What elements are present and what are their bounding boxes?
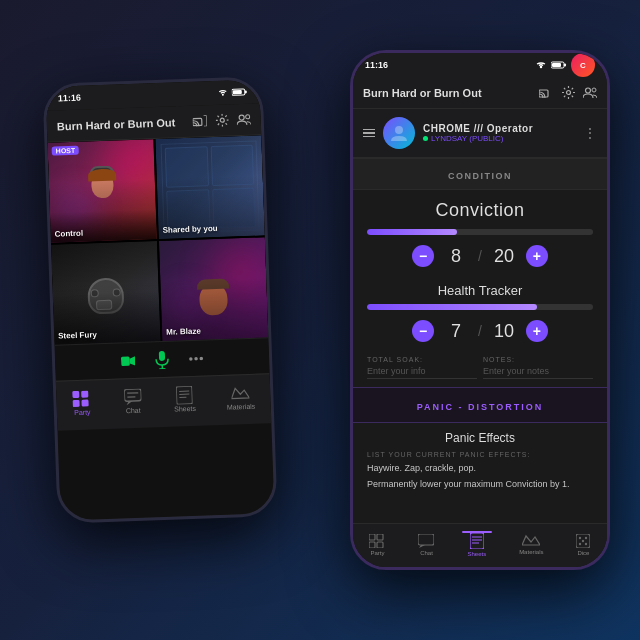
soak-label: TOTAL SOAK: <box>367 356 477 363</box>
conviction-value-row: − 8 / 20 + <box>367 245 593 267</box>
health-sep: / <box>478 323 482 339</box>
right-nav-materials-label: Materials <box>519 549 543 555</box>
panic-section-header: PANIC - DISTORTION <box>353 387 607 423</box>
nav-materials[interactable]: Materials <box>226 385 255 411</box>
condition-section-header: CONDITION <box>353 158 607 190</box>
char-name: CHROME /// Operator <box>423 123 575 134</box>
nav-party[interactable]: Party <box>72 390 93 416</box>
svg-rect-1 <box>233 90 242 94</box>
right-dice-icon <box>576 534 590 548</box>
nav-materials-label: Materials <box>227 403 256 411</box>
notes-label: NOTES: <box>483 356 593 363</box>
svg-rect-17 <box>82 400 89 407</box>
scene: 11:16 Burn Hard or Burn Out <box>0 0 640 640</box>
conviction-max: 20 <box>494 246 514 267</box>
svg-point-5 <box>239 115 244 120</box>
settings-icon-right[interactable] <box>561 86 575 100</box>
cast-icon[interactable] <box>193 114 207 128</box>
soak-input[interactable]: Enter your info <box>367 366 477 379</box>
health-tracker-title: Health Tracker <box>367 283 593 298</box>
nav-chat-label: Chat <box>126 407 141 415</box>
svg-point-31 <box>592 88 596 92</box>
status-bar-right: 11:16 C <box>353 53 607 77</box>
party-cell-3[interactable]: Steel Fury <box>51 241 160 345</box>
notes-input[interactable]: Enter your notes <box>483 366 593 379</box>
svg-rect-27 <box>564 64 566 67</box>
signal-icon-right <box>535 61 547 69</box>
svg-rect-21 <box>176 386 193 405</box>
char-avatar <box>383 117 415 149</box>
mic-btn[interactable] <box>155 352 169 366</box>
svg-rect-37 <box>418 534 434 545</box>
cell-label-2: Shared by you <box>162 224 217 235</box>
right-nav-sheets[interactable]: Sheets <box>467 533 486 557</box>
svg-point-12 <box>194 356 198 360</box>
svg-rect-16 <box>73 400 80 407</box>
nav-sheets-label: Sheets <box>174 405 196 413</box>
cast-icon-right[interactable] <box>539 86 553 100</box>
svg-rect-14 <box>73 391 80 398</box>
health-current: 7 <box>446 321 466 342</box>
people-icon[interactable] <box>237 112 251 126</box>
panic-effect-1: Haywire. Zap, crackle, pop. <box>367 462 593 475</box>
soak-col: TOTAL SOAK: Enter your info <box>367 356 477 379</box>
right-nav-dice-label: Dice <box>577 550 589 556</box>
svg-rect-38 <box>470 533 484 549</box>
health-plus[interactable]: + <box>526 320 548 342</box>
active-indicator <box>462 531 492 533</box>
nav-sheets[interactable]: Sheets <box>173 387 196 413</box>
right-nav-chat-label: Chat <box>420 550 433 556</box>
right-nav-dice[interactable]: Dice <box>576 534 590 556</box>
conviction-sep: / <box>478 248 482 264</box>
svg-point-13 <box>199 356 203 360</box>
cell-label-3: Steel Fury <box>58 330 97 340</box>
party-cell-2[interactable]: Shared by you <box>155 135 264 239</box>
svg-rect-26 <box>552 63 561 67</box>
time-right: 11:16 <box>365 60 388 70</box>
nav-chat[interactable]: Chat <box>123 389 144 415</box>
right-materials-icon <box>522 534 540 547</box>
svg-point-47 <box>582 539 584 541</box>
soak-notes-row: TOTAL SOAK: Enter your info NOTES: Enter… <box>353 352 607 387</box>
bottom-nav-right: Party Chat <box>353 523 607 567</box>
more-btn[interactable] <box>189 351 203 365</box>
conviction-bar-fill <box>367 229 457 235</box>
conviction-current: 8 <box>446 246 466 267</box>
svg-point-46 <box>585 542 587 544</box>
hamburger-menu[interactable] <box>363 129 375 138</box>
video-btn[interactable] <box>121 353 135 367</box>
notes-col: NOTES: Enter your notes <box>483 356 593 379</box>
right-nav-materials[interactable]: Materials <box>519 534 543 555</box>
conviction-plus[interactable]: + <box>526 245 548 267</box>
panic-title: PANIC - DISTORTION <box>417 402 544 412</box>
battery-icon-right <box>551 61 567 69</box>
svg-point-32 <box>395 126 403 134</box>
right-nav-chat[interactable]: Chat <box>418 534 434 556</box>
conviction-minus[interactable]: − <box>412 245 434 267</box>
health-minus[interactable]: − <box>412 320 434 342</box>
condition-section-label: CONDITION <box>448 171 512 181</box>
party-icon <box>72 390 93 407</box>
more-options[interactable]: ⋮ <box>583 125 597 141</box>
app-title-right: Burn Hard or Burn Out <box>363 87 539 99</box>
bottom-nav-left: Party Chat <box>56 373 272 430</box>
panic-effects-title: Panic Effects <box>367 431 593 445</box>
char-sub: LYNDSAY (PUBLIC) <box>423 134 575 143</box>
cell-label-4: Mr. Blaze <box>166 327 201 337</box>
condition-block: Conviction − 8 / 20 + <box>353 190 607 277</box>
nav-party-label: Party <box>74 408 91 416</box>
svg-rect-35 <box>369 542 375 548</box>
health-bar-fill <box>367 304 537 310</box>
party-cell-4[interactable]: Mr. Blaze <box>159 237 268 341</box>
party-cell-1[interactable]: HOST Control <box>47 139 156 243</box>
svg-point-44 <box>585 536 587 538</box>
phone-right: 11:16 C Burn Hard or <box>350 50 610 570</box>
right-nav-party[interactable]: Party <box>369 534 385 556</box>
people-icon-right[interactable] <box>583 86 597 100</box>
char-header: CHROME /// Operator LYNDSAY (PUBLIC) ⋮ <box>353 109 607 158</box>
status-icons-right: C <box>535 53 595 77</box>
settings-icon[interactable] <box>215 113 229 127</box>
online-indicator <box>423 136 428 141</box>
cell-label-1: Control <box>54 229 83 239</box>
svg-rect-8 <box>159 350 165 360</box>
